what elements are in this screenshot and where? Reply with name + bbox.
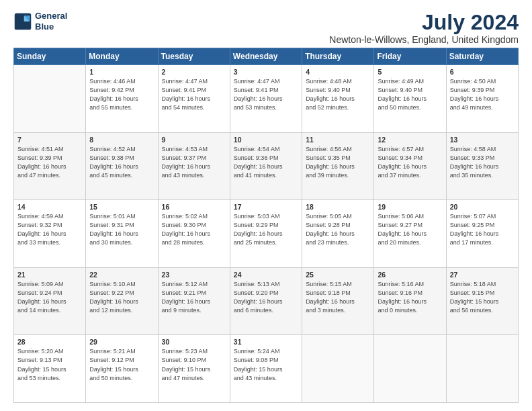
header: General Blue July 2024 Newton-le-Willows… bbox=[13, 11, 519, 45]
weekday-header-sunday: Sunday bbox=[14, 48, 86, 65]
calendar-cell: 9Sunrise: 4:53 AM Sunset: 9:37 PM Daylig… bbox=[158, 132, 230, 200]
calendar-cell: 24Sunrise: 5:13 AM Sunset: 9:20 PM Dayli… bbox=[230, 267, 302, 335]
weekday-header-tuesday: Tuesday bbox=[158, 48, 230, 65]
day-number: 7 bbox=[17, 136, 82, 144]
calendar-cell: 6Sunrise: 4:50 AM Sunset: 9:39 PM Daylig… bbox=[446, 65, 518, 133]
day-info: Sunrise: 5:15 AM Sunset: 9:18 PM Dayligh… bbox=[306, 280, 370, 315]
calendar-cell: 28Sunrise: 5:20 AM Sunset: 9:13 PM Dayli… bbox=[14, 335, 86, 403]
calendar-week-5: 28Sunrise: 5:20 AM Sunset: 9:13 PM Dayli… bbox=[14, 335, 519, 403]
day-info: Sunrise: 5:23 AM Sunset: 9:10 PM Dayligh… bbox=[162, 347, 226, 382]
calendar-week-4: 21Sunrise: 5:09 AM Sunset: 9:24 PM Dayli… bbox=[14, 267, 519, 335]
day-info: Sunrise: 5:07 AM Sunset: 9:25 PM Dayligh… bbox=[450, 212, 515, 247]
weekday-header-wednesday: Wednesday bbox=[230, 48, 302, 65]
day-info: Sunrise: 4:51 AM Sunset: 9:39 PM Dayligh… bbox=[17, 145, 82, 180]
day-number: 12 bbox=[378, 136, 442, 144]
day-info: Sunrise: 5:12 AM Sunset: 9:21 PM Dayligh… bbox=[162, 280, 226, 315]
day-info: Sunrise: 5:18 AM Sunset: 9:15 PM Dayligh… bbox=[450, 280, 515, 315]
day-info: Sunrise: 4:46 AM Sunset: 9:42 PM Dayligh… bbox=[89, 77, 154, 112]
day-info: Sunrise: 5:24 AM Sunset: 9:08 PM Dayligh… bbox=[234, 347, 298, 382]
weekday-header-saturday: Saturday bbox=[446, 48, 518, 65]
day-number: 5 bbox=[378, 68, 442, 76]
day-info: Sunrise: 4:49 AM Sunset: 9:40 PM Dayligh… bbox=[378, 77, 442, 112]
day-number: 14 bbox=[17, 203, 82, 211]
weekday-header-thursday: Thursday bbox=[302, 48, 374, 65]
day-info: Sunrise: 5:20 AM Sunset: 9:13 PM Dayligh… bbox=[17, 347, 82, 382]
calendar-cell: 26Sunrise: 5:16 AM Sunset: 9:16 PM Dayli… bbox=[374, 267, 446, 335]
calendar-cell: 10Sunrise: 4:54 AM Sunset: 9:36 PM Dayli… bbox=[230, 132, 302, 200]
calendar-cell: 31Sunrise: 5:24 AM Sunset: 9:08 PM Dayli… bbox=[230, 335, 302, 403]
calendar-cell bbox=[446, 335, 518, 403]
day-info: Sunrise: 5:06 AM Sunset: 9:27 PM Dayligh… bbox=[378, 212, 442, 247]
day-info: Sunrise: 5:02 AM Sunset: 9:30 PM Dayligh… bbox=[162, 212, 226, 247]
day-number: 1 bbox=[89, 68, 154, 76]
calendar-cell bbox=[374, 335, 446, 403]
calendar-table: SundayMondayTuesdayWednesdayThursdayFrid… bbox=[13, 48, 519, 403]
calendar-cell: 2Sunrise: 4:47 AM Sunset: 9:41 PM Daylig… bbox=[158, 65, 230, 133]
day-info: Sunrise: 5:03 AM Sunset: 9:29 PM Dayligh… bbox=[234, 212, 298, 247]
day-number: 4 bbox=[306, 68, 370, 76]
calendar-week-1: 1Sunrise: 4:46 AM Sunset: 9:42 PM Daylig… bbox=[14, 65, 519, 133]
day-number: 29 bbox=[89, 338, 154, 346]
day-info: Sunrise: 4:59 AM Sunset: 9:32 PM Dayligh… bbox=[17, 212, 82, 247]
weekday-header-friday: Friday bbox=[374, 48, 446, 65]
day-number: 24 bbox=[234, 271, 298, 279]
main-title: July 2024 bbox=[329, 11, 519, 34]
day-info: Sunrise: 4:48 AM Sunset: 9:40 PM Dayligh… bbox=[306, 77, 370, 112]
calendar-cell: 14Sunrise: 4:59 AM Sunset: 9:32 PM Dayli… bbox=[14, 200, 86, 268]
day-number: 30 bbox=[162, 338, 226, 346]
day-number: 8 bbox=[89, 136, 154, 144]
day-info: Sunrise: 5:13 AM Sunset: 9:20 PM Dayligh… bbox=[234, 280, 298, 315]
day-number: 11 bbox=[306, 136, 370, 144]
calendar-cell bbox=[302, 335, 374, 403]
calendar-cell: 30Sunrise: 5:23 AM Sunset: 9:10 PM Dayli… bbox=[158, 335, 230, 403]
weekday-header-row: SundayMondayTuesdayWednesdayThursdayFrid… bbox=[14, 48, 519, 65]
calendar-cell: 17Sunrise: 5:03 AM Sunset: 9:29 PM Dayli… bbox=[230, 200, 302, 268]
day-info: Sunrise: 5:10 AM Sunset: 9:22 PM Dayligh… bbox=[89, 280, 154, 315]
calendar-cell: 3Sunrise: 4:47 AM Sunset: 9:41 PM Daylig… bbox=[230, 65, 302, 133]
logo-text: General Blue bbox=[35, 11, 67, 32]
day-number: 23 bbox=[162, 271, 226, 279]
day-info: Sunrise: 5:01 AM Sunset: 9:31 PM Dayligh… bbox=[89, 212, 154, 247]
calendar-cell: 13Sunrise: 4:58 AM Sunset: 9:33 PM Dayli… bbox=[446, 132, 518, 200]
calendar-week-3: 14Sunrise: 4:59 AM Sunset: 9:32 PM Dayli… bbox=[14, 200, 519, 268]
calendar-body: 1Sunrise: 4:46 AM Sunset: 9:42 PM Daylig… bbox=[14, 65, 519, 403]
day-number: 6 bbox=[450, 68, 515, 76]
day-info: Sunrise: 5:05 AM Sunset: 9:28 PM Dayligh… bbox=[306, 212, 370, 247]
calendar-cell: 22Sunrise: 5:10 AM Sunset: 9:22 PM Dayli… bbox=[86, 267, 158, 335]
day-info: Sunrise: 4:58 AM Sunset: 9:33 PM Dayligh… bbox=[450, 145, 515, 180]
day-number: 2 bbox=[162, 68, 226, 76]
calendar-cell: 16Sunrise: 5:02 AM Sunset: 9:30 PM Dayli… bbox=[158, 200, 230, 268]
day-number: 26 bbox=[378, 271, 442, 279]
title-block: July 2024 Newton-le-Willows, England, Un… bbox=[329, 11, 519, 45]
calendar-cell: 19Sunrise: 5:06 AM Sunset: 9:27 PM Dayli… bbox=[374, 200, 446, 268]
day-info: Sunrise: 4:56 AM Sunset: 9:35 PM Dayligh… bbox=[306, 145, 370, 180]
day-number: 28 bbox=[17, 338, 82, 346]
calendar-cell: 15Sunrise: 5:01 AM Sunset: 9:31 PM Dayli… bbox=[86, 200, 158, 268]
day-number: 31 bbox=[234, 338, 298, 346]
day-info: Sunrise: 5:16 AM Sunset: 9:16 PM Dayligh… bbox=[378, 280, 442, 315]
calendar-cell bbox=[14, 65, 86, 133]
calendar-cell: 21Sunrise: 5:09 AM Sunset: 9:24 PM Dayli… bbox=[14, 267, 86, 335]
day-number: 21 bbox=[17, 271, 82, 279]
day-info: Sunrise: 4:57 AM Sunset: 9:34 PM Dayligh… bbox=[378, 145, 442, 180]
day-info: Sunrise: 5:09 AM Sunset: 9:24 PM Dayligh… bbox=[17, 280, 82, 315]
calendar-cell: 11Sunrise: 4:56 AM Sunset: 9:35 PM Dayli… bbox=[302, 132, 374, 200]
day-number: 22 bbox=[89, 271, 154, 279]
calendar-cell: 1Sunrise: 4:46 AM Sunset: 9:42 PM Daylig… bbox=[86, 65, 158, 133]
calendar-cell: 18Sunrise: 5:05 AM Sunset: 9:28 PM Dayli… bbox=[302, 200, 374, 268]
logo-line1: General bbox=[35, 11, 67, 21]
day-info: Sunrise: 4:47 AM Sunset: 9:41 PM Dayligh… bbox=[162, 77, 226, 112]
calendar-cell: 27Sunrise: 5:18 AM Sunset: 9:15 PM Dayli… bbox=[446, 267, 518, 335]
day-number: 9 bbox=[162, 136, 226, 144]
subtitle: Newton-le-Willows, England, United Kingd… bbox=[329, 34, 519, 45]
day-number: 10 bbox=[234, 136, 298, 144]
day-info: Sunrise: 4:54 AM Sunset: 9:36 PM Dayligh… bbox=[234, 145, 298, 180]
calendar-cell: 7Sunrise: 4:51 AM Sunset: 9:39 PM Daylig… bbox=[14, 132, 86, 200]
day-info: Sunrise: 5:21 AM Sunset: 9:12 PM Dayligh… bbox=[89, 347, 154, 382]
day-number: 3 bbox=[234, 68, 298, 76]
day-info: Sunrise: 4:47 AM Sunset: 9:41 PM Dayligh… bbox=[234, 77, 298, 112]
calendar-cell: 8Sunrise: 4:52 AM Sunset: 9:38 PM Daylig… bbox=[86, 132, 158, 200]
calendar-cell: 12Sunrise: 4:57 AM Sunset: 9:34 PM Dayli… bbox=[374, 132, 446, 200]
day-info: Sunrise: 4:50 AM Sunset: 9:39 PM Dayligh… bbox=[450, 77, 515, 112]
day-number: 16 bbox=[162, 203, 226, 211]
